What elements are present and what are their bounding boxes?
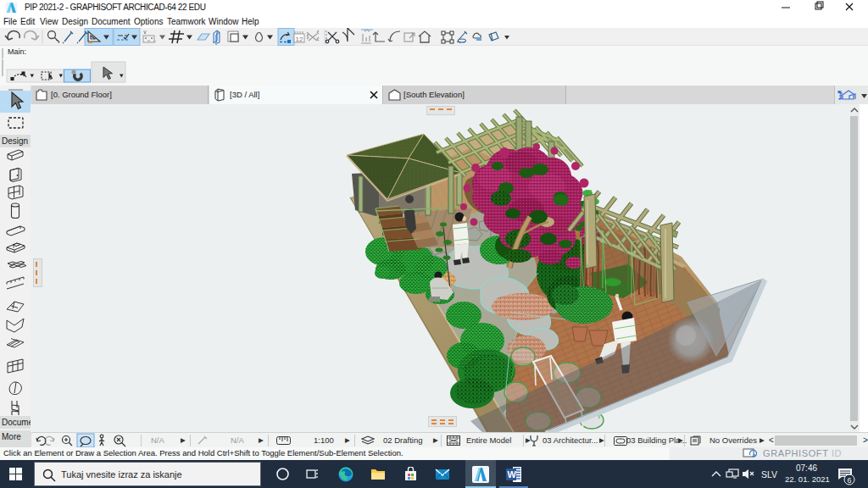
svg-text:6: 6 (848, 476, 852, 485)
svg-text:W: W (508, 469, 517, 480)
svg-text:12: 12 (296, 36, 303, 43)
